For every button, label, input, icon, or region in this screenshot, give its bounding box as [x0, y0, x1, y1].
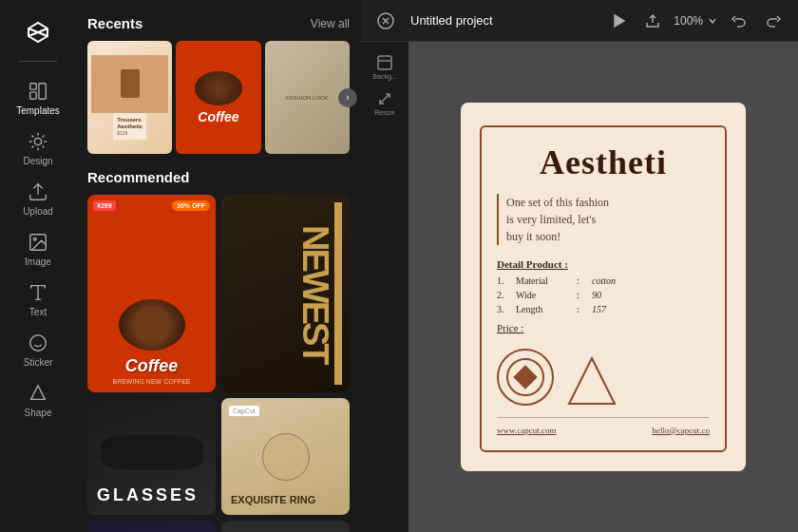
- sidebar-item-sticker[interactable]: Sticker: [0, 325, 76, 375]
- sidebar: Templates Design Upload Image Text Stick…: [0, 0, 76, 532]
- design-detail-row-2: 2. Wide : 90: [497, 290, 710, 300]
- canvas-toolbar: Untitled project 100%: [361, 0, 798, 42]
- design-detail-row-1: 1. Material : cotton: [497, 276, 710, 286]
- svg-marker-14: [615, 15, 624, 27]
- design-price: Price :: [497, 322, 710, 333]
- app-logo: [21, 15, 55, 49]
- design-footer: www.capcut.com hello@capcut.co: [497, 417, 710, 435]
- recents-next-arrow[interactable]: ›: [338, 88, 357, 107]
- sidebar-item-text[interactable]: Text: [0, 275, 76, 325]
- recent-item-coffee[interactable]: Coffee: [176, 41, 260, 154]
- recommended-title: Recommended: [87, 169, 350, 185]
- rec-item-newest[interactable]: NEWEST: [221, 195, 350, 392]
- rec-item-coffee[interactable]: ¥299 30% OFF Coffee BREWING NEW COFFEE: [87, 195, 216, 392]
- svg-point-10: [30, 335, 47, 352]
- design-circle-logo: [497, 349, 554, 406]
- svg-marker-16: [569, 358, 615, 404]
- footer-website: www.capcut.com: [497, 426, 556, 435]
- svg-rect-5: [39, 84, 46, 100]
- sidebar-item-upload[interactable]: Upload: [0, 174, 76, 224]
- view-all-link[interactable]: View all: [311, 17, 350, 30]
- canvas-logo-btn: [372, 8, 399, 34]
- design-card-subtitle: One set of this fashion is very limited,…: [497, 194, 710, 245]
- recent-item-trousers[interactable]: TrousersAesthetic $129: [87, 41, 172, 154]
- image-icon: [28, 232, 48, 253]
- sidebar-item-design[interactable]: Design: [0, 124, 76, 174]
- canvas-main-area: Backg... Resize Aestheti On: [361, 42, 798, 532]
- undo-btn[interactable]: [726, 8, 752, 34]
- left-tools-panel: Backg... Resize: [361, 42, 408, 532]
- sidebar-divider: [19, 61, 57, 62]
- coffee-sale-badge: 30% OFF: [172, 200, 210, 211]
- design-triangle: [565, 354, 618, 400]
- recents-header: Recents View all: [87, 15, 350, 31]
- svg-rect-4: [30, 92, 36, 99]
- rec-item-more[interactable]: [221, 521, 350, 532]
- play-btn[interactable]: [605, 8, 632, 34]
- resize-tool-btn[interactable]: Resize: [366, 86, 404, 120]
- redo-btn[interactable]: [760, 8, 787, 34]
- canvas-area: Untitled project 100%: [361, 0, 798, 532]
- templates-icon: [28, 81, 48, 102]
- export-btn[interactable]: [639, 8, 666, 34]
- design-detail-row-3: 3. Length : 157: [497, 304, 710, 314]
- background-tool-btn[interactable]: Backg...: [366, 49, 404, 84]
- design-card[interactable]: Aestheti One set of this fashion is very…: [461, 103, 746, 471]
- design-icon: [28, 131, 48, 152]
- svg-rect-15: [378, 56, 391, 69]
- sidebar-item-image[interactable]: Image: [0, 224, 76, 275]
- design-card-title: Aestheti: [497, 142, 710, 182]
- svg-point-6: [34, 138, 41, 144]
- svg-rect-3: [30, 84, 36, 89]
- canvas-background[interactable]: Aestheti One set of this fashion is very…: [408, 42, 798, 532]
- sticker-icon: [28, 332, 48, 353]
- design-logo-area: [497, 349, 710, 406]
- templates-panel: Recents View all TrousersAesthetic $129 …: [76, 0, 361, 532]
- zoom-control[interactable]: 100%: [674, 14, 718, 28]
- rec-item-stylish[interactable]: StylishRings: [87, 521, 216, 532]
- sidebar-item-templates[interactable]: Templates: [0, 73, 76, 124]
- footer-email: hello@capcut.co: [652, 426, 710, 435]
- rec-item-ring[interactable]: CapCut EXQUISITE RING: [221, 398, 350, 515]
- design-card-border: Aestheti One set of this fashion is very…: [480, 125, 727, 452]
- svg-point-9: [33, 238, 36, 240]
- recents-title: Recents: [87, 15, 142, 31]
- sidebar-item-shape[interactable]: Shape: [0, 375, 76, 426]
- recommended-grid: ¥299 30% OFF Coffee BREWING NEW COFFEE N…: [87, 195, 350, 532]
- rec-item-glasses[interactable]: GLASSES: [87, 398, 216, 515]
- recent-item-fashion[interactable]: FASHION LOOK: [265, 41, 350, 154]
- toolbar-right: 100%: [605, 8, 787, 34]
- project-title: Untitled project: [410, 13, 594, 28]
- text-icon: [28, 282, 48, 303]
- design-detail-title: Detail Product :: [497, 258, 710, 270]
- coffee-price-badge: ¥299: [93, 200, 116, 211]
- upload-icon: [28, 181, 48, 202]
- shape-icon: [28, 383, 48, 404]
- recents-grid: TrousersAesthetic $129 Coffee FASHION LO…: [87, 41, 350, 154]
